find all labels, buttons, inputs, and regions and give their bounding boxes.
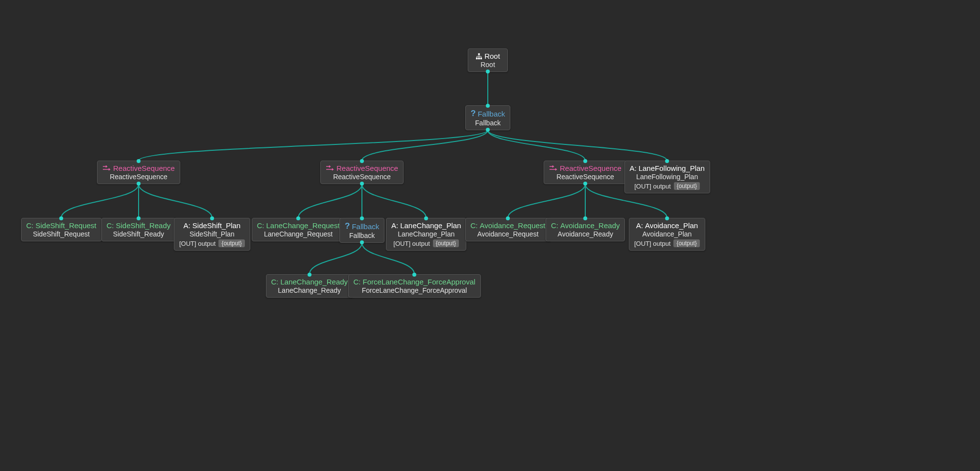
node-title: A:LaneFollowing_Plan <box>630 164 705 172</box>
port-out[interactable] <box>486 128 490 132</box>
node-name: SideShift_Request <box>26 230 96 238</box>
svg-rect-1 <box>476 57 478 59</box>
node-title: A:LaneChange_Plan <box>391 221 461 230</box>
node-name: Fallback <box>345 232 379 239</box>
port-out[interactable] <box>486 70 490 73</box>
port-in[interactable] <box>506 216 510 220</box>
node-lf[interactable]: A:LaneFollowing_PlanLaneFollowing_Plan[O… <box>624 161 710 193</box>
node-output-port: [OUT] output{output} <box>630 182 705 190</box>
port-in[interactable] <box>360 159 364 163</box>
node-output-port: [OUT] output{output} <box>391 239 461 247</box>
node-root[interactable]: RootRoot <box>468 48 508 72</box>
node-rs1[interactable]: ReactiveSequenceReactiveSequence <box>97 161 180 184</box>
node-name: LaneFollowing_Plan <box>630 173 705 181</box>
fallback-icon: ? <box>471 109 476 118</box>
port-in[interactable] <box>210 216 214 220</box>
node-name: LaneChange_Request <box>257 230 340 238</box>
node-title: ReactiveSequence <box>102 164 175 172</box>
node-name: LaneChange_Ready <box>271 286 348 294</box>
node-title: ReactiveSequence <box>326 164 398 172</box>
port-in[interactable] <box>308 273 311 277</box>
node-name: ReactiveSequence <box>102 173 175 181</box>
node-title: ?Fallback <box>345 221 379 231</box>
node-title: C:SideShift_Ready <box>107 221 171 230</box>
node-name: Root <box>473 61 502 69</box>
condition-icon: C: <box>271 278 279 286</box>
svg-rect-0 <box>478 53 480 55</box>
reactivesequence-icon <box>102 165 111 171</box>
node-title: A:Avoidance_Plan <box>634 221 700 230</box>
node-output-port: [OUT] output{output} <box>634 239 700 247</box>
node-name: LaneChange_Plan <box>391 230 461 238</box>
condition-icon: C: <box>257 221 264 230</box>
node-title: ?Fallback <box>471 109 505 118</box>
port-in[interactable] <box>137 216 141 220</box>
action-icon: A: <box>391 221 398 230</box>
port-in[interactable] <box>583 216 587 220</box>
behavior-tree-canvas[interactable]: RootRoot?FallbackFallbackReactiveSequenc… <box>0 0 980 471</box>
reactivesequence-icon <box>326 165 335 171</box>
condition-icon: C: <box>26 221 34 230</box>
node-title: Root <box>473 52 502 60</box>
condition-icon: C: <box>551 221 558 230</box>
node-output-port: [OUT] output{output} <box>179 239 245 247</box>
port-in[interactable] <box>360 216 364 220</box>
port-in[interactable] <box>486 104 490 108</box>
node-name: Avoidance_Ready <box>551 230 620 238</box>
fallback-icon: ? <box>345 221 350 231</box>
condition-icon: C: <box>354 278 361 286</box>
node-name: SideShift_Plan <box>179 230 245 238</box>
node-lc_plan[interactable]: A:LaneChange_PlanLaneChange_Plan[OUT] ou… <box>386 218 466 251</box>
port-in[interactable] <box>412 273 416 277</box>
condition-icon: C: <box>471 221 478 230</box>
port-in[interactable] <box>137 159 141 163</box>
node-name: Avoidance_Plan <box>634 230 700 238</box>
root-icon <box>476 53 482 60</box>
node-name: ForceLaneChange_ForceApproval <box>354 286 476 294</box>
port-in[interactable] <box>59 216 63 220</box>
node-title: C:Avoidance_Request <box>471 221 546 230</box>
node-fb1[interactable]: ?FallbackFallback <box>465 105 510 130</box>
port-in[interactable] <box>583 159 587 163</box>
port-out[interactable] <box>360 240 364 244</box>
action-icon: A: <box>636 221 643 230</box>
port-out[interactable] <box>583 182 587 186</box>
node-fb2[interactable]: ?FallbackFallback <box>339 218 384 243</box>
action-icon: A: <box>630 164 637 172</box>
port-in[interactable] <box>665 216 669 220</box>
node-name: ReactiveSequence <box>326 173 398 181</box>
node-av_plan[interactable]: A:Avoidance_PlanAvoidance_Plan[OUT] outp… <box>629 218 705 251</box>
node-rs3[interactable]: ReactiveSequenceReactiveSequence <box>544 161 627 184</box>
node-title: C:LaneChange_Request <box>257 221 340 230</box>
port-in[interactable] <box>296 216 300 220</box>
node-rs2[interactable]: ReactiveSequenceReactiveSequence <box>320 161 404 184</box>
node-title: C:LaneChange_Ready <box>271 278 348 286</box>
node-name: Avoidance_Request <box>471 230 546 238</box>
svg-rect-2 <box>478 57 480 59</box>
reactivesequence-icon <box>549 165 558 171</box>
node-ss_plan[interactable]: A:SideShift_PlanSideShift_Plan[OUT] outp… <box>174 218 250 251</box>
condition-icon: C: <box>107 221 114 230</box>
node-title: C:Avoidance_Ready <box>551 221 620 230</box>
node-title: ReactiveSequence <box>549 164 621 172</box>
node-name: Fallback <box>471 119 505 127</box>
port-in[interactable] <box>424 216 428 220</box>
node-flc[interactable]: C:ForceLaneChange_ForceApprovalForceLane… <box>348 274 481 298</box>
port-in[interactable] <box>665 159 669 163</box>
node-lc_rdy[interactable]: C:LaneChange_ReadyLaneChange_Ready <box>266 274 354 298</box>
node-av_rdy[interactable]: C:Avoidance_ReadyAvoidance_Ready <box>546 218 625 241</box>
node-name: ReactiveSequence <box>549 173 621 181</box>
node-av_req[interactable]: C:Avoidance_RequestAvoidance_Request <box>465 218 551 241</box>
node-title: A:SideShift_Plan <box>179 221 245 230</box>
node-ss_req[interactable]: C:SideShift_RequestSideShift_Request <box>21 218 102 241</box>
port-out[interactable] <box>137 182 141 186</box>
node-ss_rdy[interactable]: C:SideShift_ReadySideShift_Ready <box>101 218 176 241</box>
node-title: C:ForceLaneChange_ForceApproval <box>354 278 476 286</box>
node-name: SideShift_Ready <box>107 230 171 238</box>
svg-rect-3 <box>480 57 482 59</box>
node-lc_req[interactable]: C:LaneChange_RequestLaneChange_Request <box>252 218 345 241</box>
port-out[interactable] <box>360 182 364 186</box>
action-icon: A: <box>184 221 191 230</box>
node-title: C:SideShift_Request <box>26 221 96 230</box>
